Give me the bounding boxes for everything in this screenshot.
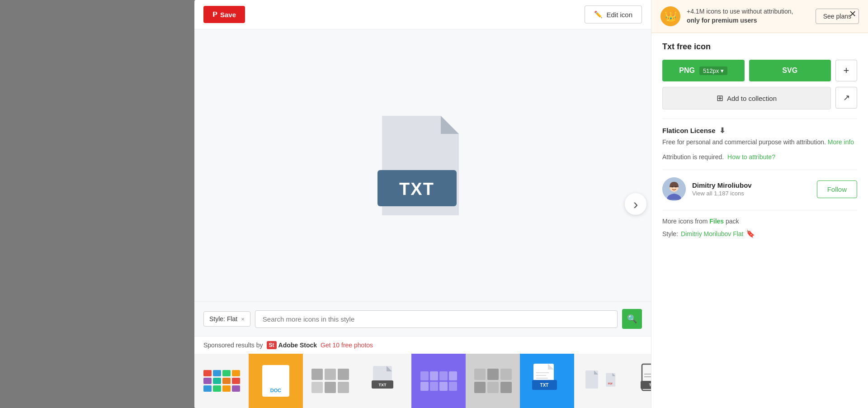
style-tag-label: Style: Flat: [209, 315, 237, 323]
right-panel-content: Txt free icon PNG 512px ▾ SVG + ⊞ Add to…: [651, 33, 868, 408]
add-collection-label: Add to collection: [727, 95, 777, 102]
icon-preview-area: TXT ›: [194, 29, 651, 301]
remove-style-filter-button[interactable]: ×: [241, 316, 245, 323]
thumbnail-item[interactable]: DOC: [249, 354, 303, 408]
bookmark-icon[interactable]: 🔖: [746, 229, 755, 238]
style-prefix: Style:: [662, 230, 678, 237]
thumbnail-item[interactable]: [194, 354, 249, 408]
png-size: 512px: [703, 67, 719, 74]
svg-text:TXT: TXT: [379, 383, 387, 387]
search-icon: 🔍: [627, 314, 637, 324]
premium-bold: only for premium users: [687, 17, 757, 24]
premium-banner: 👑 +4.1M icons to use without attribution…: [651, 0, 868, 33]
save-button[interactable]: 𝗣 Save: [203, 6, 245, 23]
modal-left-panel: 𝗣 Save ✏️ Edit icon TXT ›: [194, 0, 651, 408]
attribution-text: Attribution is required.: [662, 153, 724, 161]
share-icon: ↗: [843, 93, 850, 103]
files-pack-suffix: pack: [726, 218, 739, 225]
search-input[interactable]: [255, 310, 618, 328]
divider: [662, 119, 857, 119]
next-icon-button[interactable]: ›: [625, 193, 646, 215]
more-icons-prefix: More icons from: [662, 218, 709, 225]
more-icons-row: More icons from Files pack: [662, 218, 857, 225]
view-all-icons-link[interactable]: View all 1,187 icons: [692, 190, 744, 197]
svg-text:TXT: TXT: [399, 180, 434, 199]
search-area: Style: Flat × 🔍: [194, 301, 651, 336]
icon-modal: 𝗣 Save ✏️ Edit icon TXT ›: [194, 0, 868, 408]
svg-text:PDF: PDF: [608, 382, 613, 385]
style-link[interactable]: Dimitriy Morilubov Flat: [681, 230, 743, 237]
close-button[interactable]: ×: [844, 5, 861, 22]
author-section: Dimitry Miroliubov View all 1,187 icons …: [662, 177, 857, 201]
crown-icon: 👑: [660, 6, 680, 26]
more-info-link[interactable]: More info: [828, 138, 854, 146]
thumbnail-item[interactable]: TXT: [520, 354, 574, 408]
search-input-wrap: [255, 310, 618, 328]
thumbnail-item[interactable]: TXT: [357, 354, 411, 408]
adobe-stock-logo: St Adobe Stock: [267, 341, 317, 349]
share-button[interactable]: ↗: [835, 87, 857, 109]
chevron-down-icon: ▾: [721, 67, 724, 74]
txt-file-icon: TXT: [373, 111, 472, 220]
png-label: PNG: [679, 66, 695, 75]
search-button[interactable]: 🔍: [622, 309, 642, 329]
save-label: Save: [220, 11, 236, 19]
adobe-stock-name: Adobe Stock: [278, 342, 317, 349]
svg-download-button[interactable]: SVG: [749, 60, 831, 81]
how-to-attribute-link[interactable]: How to attribute?: [727, 153, 775, 161]
divider-2: [662, 170, 857, 170]
adobe-st-badge: St: [267, 341, 277, 349]
sponsored-bar: Sponsored results by St Adobe Stock Get …: [194, 336, 651, 354]
edit-icon-button[interactable]: ✏️ Edit icon: [585, 5, 642, 24]
svg-point-25: [675, 186, 677, 188]
author-avatar: [662, 177, 686, 201]
modal-right-panel: 👑 +4.1M icons to use without attribution…: [651, 0, 868, 408]
style-row: Style: Dimitriy Morilubov Flat 🔖: [662, 229, 857, 238]
get-free-photos-link[interactable]: Get 10 free photos: [321, 342, 373, 349]
thumbnail-item[interactable]: [466, 354, 520, 408]
download-row: PNG 512px ▾ SVG +: [662, 60, 857, 81]
icon-title: Txt free icon: [662, 42, 857, 52]
author-info: Dimitry Miroliubov View all 1,187 icons: [692, 181, 811, 197]
edit-icon-label: Edit icon: [606, 11, 632, 19]
svg-text:TXT: TXT: [540, 383, 549, 388]
pencil-icon: ✏️: [594, 10, 603, 19]
thumbnail-item[interactable]: [303, 354, 357, 408]
modal-header: 𝗣 Save ✏️ Edit icon: [194, 0, 651, 29]
more-formats-button[interactable]: +: [835, 60, 857, 81]
close-icon: ×: [849, 7, 856, 21]
png-size-badge: 512px ▾: [699, 66, 727, 75]
premium-desc: +4.1M icons to use without attribution,: [687, 8, 793, 15]
svg-point-24: [672, 186, 673, 188]
author-name: Dimitry Miroliubov: [692, 181, 811, 189]
files-pack-link[interactable]: Files: [709, 218, 724, 225]
download-icon: ⬇: [719, 126, 725, 135]
add-to-collection-button[interactable]: ⊞ Add to collection: [662, 87, 831, 109]
svg-text:TXT: TXT: [649, 383, 651, 387]
png-download-button[interactable]: PNG 512px ▾: [662, 60, 745, 81]
thumbnail-item[interactable]: TXT: [628, 354, 651, 408]
license-title: Flaticon License ⬇: [662, 126, 857, 135]
sponsored-label: Sponsored results by: [203, 342, 263, 349]
license-section: Flaticon License ⬇ Free for personal and…: [662, 126, 857, 147]
license-description: Free for personal and commercial purpose…: [662, 138, 857, 147]
divider-3: [662, 210, 857, 210]
attribution-section: Attribution is required. How to attribut…: [662, 153, 857, 161]
follow-button[interactable]: Follow: [817, 180, 857, 198]
collection-row: ⊞ Add to collection ↗: [662, 87, 857, 109]
premium-text: +4.1M icons to use without attribution, …: [687, 7, 809, 25]
collection-grid-icon: ⊞: [717, 93, 723, 103]
license-desc-text: Free for personal and commercial purpose…: [662, 138, 826, 146]
thumbnail-item[interactable]: [411, 354, 466, 408]
thumbnail-item[interactable]: PDF: [574, 354, 628, 408]
style-filter-tag[interactable]: Style: Flat ×: [203, 311, 250, 327]
thumbnails-row: DOC: [194, 354, 651, 408]
pinterest-icon: 𝗣: [212, 10, 217, 19]
license-title-text: Flaticon License: [662, 127, 716, 134]
